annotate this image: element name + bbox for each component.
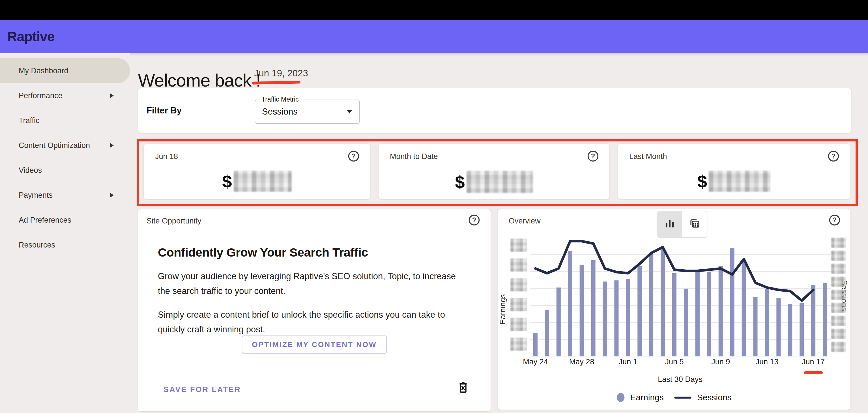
earnings-bar [672, 273, 677, 356]
help-icon[interactable]: ? [347, 150, 360, 162]
currency-symbol: $ [222, 172, 232, 190]
sidebar-item-resources[interactable]: Resources [0, 232, 130, 257]
redacted-amount [234, 171, 292, 192]
overview-label: Overview [509, 217, 541, 225]
stat-value: $ [378, 171, 610, 193]
sidebar-item-content-optimization[interactable]: Content Optimization [0, 133, 130, 158]
earnings-bar [765, 289, 769, 356]
current-date: Jun 19, 2023 [254, 68, 308, 78]
earnings-bar [695, 271, 700, 356]
sidebar-item-label: Traffic [19, 116, 40, 125]
svg-text:?: ? [352, 152, 356, 160]
x-axis-caption: Last 30 Days [658, 375, 703, 384]
sidebar: My Dashboard Performance Traffic Content… [0, 53, 130, 413]
sidebar-item-label: Ad Preferences [19, 216, 71, 225]
earnings-bar [533, 333, 537, 356]
earnings-bar [776, 298, 781, 356]
sessions-legend-swatch [675, 396, 691, 399]
x-tick-label: Jun 1 [619, 357, 638, 366]
redacted-amount [709, 171, 770, 192]
earnings-bar [742, 261, 746, 356]
earnings-bar [580, 265, 584, 356]
dismiss-trash-icon[interactable] [457, 381, 470, 394]
save-for-later-link[interactable]: SAVE FOR LATER [163, 385, 241, 394]
earnings-bar [649, 254, 653, 356]
window-top-bar [0, 0, 868, 20]
chart-legend: Earnings Sessions [617, 393, 731, 402]
traffic-metric-select-label: Traffic Metric [259, 96, 301, 103]
site-opportunity-card: Site Opportunity ? Confidently Grow Your… [138, 209, 491, 411]
earnings-sessions-chart[interactable] [530, 237, 831, 356]
help-icon[interactable]: ? [468, 214, 480, 226]
stat-value: $ [618, 171, 850, 192]
earnings-bar [730, 248, 735, 356]
sidebar-item-performance[interactable]: Performance [0, 83, 130, 108]
earnings-bar [568, 251, 572, 356]
chart-view-toggle [657, 211, 707, 237]
stat-card-label: Jun 18 [155, 152, 178, 161]
sidebar-item-ad-preferences[interactable]: Ad Preferences [0, 208, 130, 232]
x-tick-label: Jun 9 [711, 357, 730, 366]
svg-text:?: ? [832, 152, 836, 160]
site-opportunity-heading: Confidently Grow Your Search Traffic [158, 246, 368, 259]
stat-card-label: Month to Date [390, 152, 438, 161]
earnings-bar [753, 297, 758, 356]
divider [158, 377, 474, 377]
table-view-icon [689, 218, 701, 231]
currency-symbol: $ [698, 172, 707, 190]
sidebar-item-traffic[interactable]: Traffic [0, 108, 130, 133]
sidebar-item-videos[interactable]: Videos [0, 158, 130, 183]
jun17-red-underline-annotation [804, 371, 823, 374]
chevron-right-icon [110, 193, 114, 198]
filter-by-label: Filter By [147, 105, 182, 116]
earnings-bar [591, 260, 595, 356]
earnings-bar [684, 289, 688, 356]
sidebar-item-label: Resources [19, 241, 55, 250]
x-tick-label: May 28 [569, 357, 594, 366]
earnings-bar [614, 280, 618, 356]
svg-text:?: ? [591, 152, 595, 160]
svg-text:?: ? [472, 216, 476, 224]
help-icon[interactable]: ? [828, 214, 841, 226]
x-tick-label: May 24 [523, 357, 548, 366]
sidebar-item-label: Videos [19, 166, 42, 175]
earnings-bar [707, 272, 711, 356]
stat-card-jun-18: Jun 18 ? $ [144, 144, 370, 199]
chevron-right-icon [110, 93, 114, 98]
help-icon[interactable]: ? [827, 150, 840, 162]
bar-chart-icon [664, 218, 675, 230]
traffic-metric-select[interactable]: Traffic Metric Sessions [255, 100, 360, 124]
earnings-bar [811, 285, 815, 356]
redacted-amount [467, 171, 533, 193]
traffic-metric-selected-value: Sessions [262, 107, 298, 117]
earnings-bar [557, 287, 561, 356]
table-view-button[interactable] [682, 211, 707, 237]
earnings-legend-label: Earnings [630, 393, 663, 402]
chevron-right-icon [110, 143, 114, 148]
optimize-my-content-now-button[interactable]: OPTIMIZE MY CONTENT NOW [242, 336, 387, 354]
earnings-bar [719, 266, 723, 356]
x-tick-label: Jun 5 [665, 357, 684, 366]
sidebar-item-label: Content Optimization [19, 141, 90, 150]
y-axis-ticks-left-redacted [510, 239, 527, 351]
earnings-bar [626, 279, 630, 356]
earnings-bar [823, 283, 827, 356]
page-title: Welcome back ! [138, 70, 260, 91]
sidebar-item-my-dashboard[interactable]: My Dashboard [0, 58, 130, 83]
site-opportunity-paragraph-2: Simply create a content brief to unlock … [158, 308, 463, 337]
bar-chart-view-button[interactable] [657, 211, 682, 237]
x-axis-labels: May 24May 28Jun 1Jun 5Jun 9Jun 13Jun 17 [530, 357, 831, 369]
chevron-down-icon [346, 110, 352, 114]
earnings-legend-swatch [617, 393, 624, 402]
sidebar-item-payments[interactable]: Payments [0, 183, 130, 208]
stat-card-label: Last Month [629, 152, 667, 161]
filter-card: Filter By Traffic Metric Sessions [138, 88, 851, 133]
earnings-bar [603, 282, 607, 356]
earnings-bar [800, 303, 804, 356]
sidebar-item-label: Performance [19, 91, 63, 100]
app-header: Raptive [0, 20, 868, 53]
stat-card-last-month: Last Month ? $ [618, 144, 850, 199]
help-icon[interactable]: ? [587, 150, 599, 162]
sidebar-list: My Dashboard Performance Traffic Content… [0, 58, 130, 257]
stat-value: $ [144, 171, 370, 192]
